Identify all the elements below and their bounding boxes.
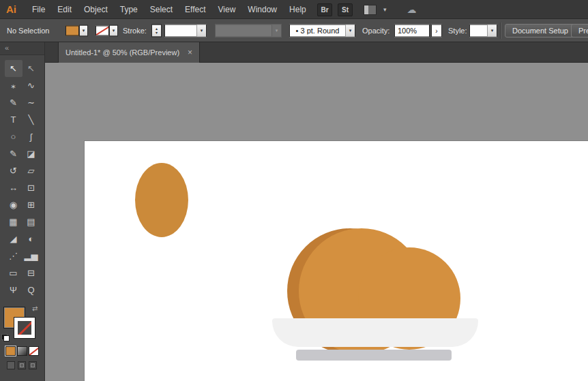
artboard-tool[interactable]: ▭	[5, 264, 23, 281]
stroke-weight-stepper[interactable]: ▴▾	[151, 24, 162, 37]
magic-wand-tool[interactable]: ⁎	[5, 77, 23, 94]
eraser-tool[interactable]: ◪	[23, 145, 40, 162]
workspace-switcher-icon[interactable]	[364, 5, 377, 15]
document-setup-button[interactable]: Document Setup	[505, 24, 576, 37]
brush-definition-dropdown[interactable]: • 3 pt. Round ▾	[289, 24, 355, 37]
width-tool[interactable]: ↔	[5, 179, 23, 196]
curvature-tool[interactable]: ∼	[23, 94, 40, 111]
swap-fill-stroke-icon[interactable]: ⇄	[32, 305, 38, 312]
stroke-label[interactable]: Stroke:	[123, 27, 147, 35]
opacity-value: 100%	[395, 27, 429, 35]
brush-chevron-icon[interactable]: ▾	[345, 25, 355, 36]
menu-select[interactable]: Select	[144, 5, 179, 14]
scale-tool[interactable]: ▱	[23, 162, 40, 179]
direct-selection-tool[interactable]: ↖	[23, 60, 40, 77]
column-graph-tool[interactable]: ▂▅	[23, 247, 40, 264]
lasso-tool[interactable]: ∿	[23, 77, 40, 94]
zoom-tool[interactable]: Q	[23, 281, 40, 299]
pen-tool[interactable]: ✎	[5, 94, 23, 111]
stepper-down-icon[interactable]: ▾	[156, 31, 158, 35]
controlbar-separator	[500, 22, 501, 39]
hand-tool[interactable]: Ψ	[5, 281, 23, 299]
style-chevron-icon[interactable]: ▾	[487, 25, 497, 36]
menu-items: FileEditObjectTypeSelectEffectViewWindow…	[26, 0, 312, 19]
tools-panel: ↖↖⁎∿✎∼T╲○ʃ✎◪↺▱↔⊡◉⊞▦▤◢◐⋰▂▅▭⊟ΨQ	[5, 60, 40, 299]
style-label[interactable]: Style:	[448, 27, 467, 35]
artboard[interactable]	[84, 140, 588, 381]
color-mode-row	[5, 346, 40, 356]
dock-header: «	[0, 42, 44, 55]
default-fill-stroke-icon[interactable]	[1, 334, 10, 341]
slice-tool[interactable]: ⊟	[23, 264, 40, 281]
ellipse-tool[interactable]: ○	[5, 128, 23, 145]
selection-tool[interactable]: ↖	[5, 60, 23, 77]
menu-effect[interactable]: Effect	[179, 5, 211, 14]
canvas-area[interactable]	[46, 63, 588, 381]
width-profile-chevron-icon: ▾	[271, 25, 281, 36]
opacity-label[interactable]: Opacity:	[362, 27, 389, 35]
menu-object[interactable]: Object	[78, 5, 114, 14]
menu-bar: Ai FileEditObjectTypeSelectEffectViewWin…	[0, 0, 588, 19]
stroke-weight-chevron-icon[interactable]: ▾	[196, 25, 206, 36]
width-profile-dropdown: ▾	[215, 24, 282, 37]
pencil-tool[interactable]: ✎	[5, 145, 23, 162]
menubar-right-cluster: Br St ▾ ☁	[317, 0, 417, 19]
opacity-field[interactable]: 100%	[394, 24, 430, 37]
stock-button[interactable]: St	[338, 3, 353, 16]
menu-view[interactable]: View	[212, 5, 242, 14]
preferences-button[interactable]: Pref	[571, 24, 588, 37]
stroke-color-swatch[interactable]	[95, 25, 109, 35]
stroke-proxy-swatch[interactable]	[14, 318, 35, 338]
blend-tool[interactable]: ◐	[23, 230, 40, 247]
mesh-tool[interactable]: ▦	[5, 213, 23, 230]
egg-ellipse-shape[interactable]	[135, 163, 188, 237]
brush-definition-value: • 3 pt. Round	[290, 27, 345, 35]
draw-behind-button[interactable]	[18, 361, 26, 369]
perspective-grid-tool[interactable]: ⊞	[23, 196, 40, 213]
color-mode-button[interactable]	[5, 346, 16, 356]
draw-inside-button[interactable]	[29, 361, 37, 369]
illustrator-logo: Ai	[6, 3, 16, 15]
menu-window[interactable]: Window	[241, 5, 283, 14]
collapse-panel-icon[interactable]: «	[5, 44, 9, 52]
paintbrush-tool[interactable]: ʃ	[23, 128, 40, 145]
drawing-mode-row	[7, 361, 38, 369]
control-bar: No Selection ▾ ▾ Stroke: ▴▾ ▾ ▾ • 3 pt. …	[0, 19, 588, 42]
free-transform-tool[interactable]: ⊡	[23, 179, 40, 196]
line-segment-tool[interactable]: ╲	[23, 111, 40, 128]
tab-close-icon[interactable]: ×	[188, 48, 192, 57]
document-tab-title: Untitled-1* @ 50% (RGB/Preview)	[65, 48, 179, 57]
menu-edit[interactable]: Edit	[51, 5, 78, 14]
rotate-tool[interactable]: ↺	[5, 162, 23, 179]
plate-shape[interactable]	[272, 318, 478, 347]
opacity-arrow-icon: ›	[435, 27, 437, 34]
fill-dropdown-icon[interactable]: ▾	[79, 25, 88, 36]
fill-stroke-area: ⇄	[0, 304, 44, 344]
gradient-tool[interactable]: ▤	[23, 213, 40, 230]
fill-color-swatch[interactable]	[65, 25, 79, 35]
style-dropdown[interactable]: ▾	[469, 24, 497, 37]
draw-normal-button[interactable]	[7, 361, 15, 369]
brush-definition-label: 3 pt. Round	[301, 27, 340, 35]
document-tab-bar: Untitled-1* @ 50% (RGB/Preview) ×	[45, 42, 588, 63]
eyedropper-tool[interactable]: ◢	[5, 230, 23, 247]
document-tab[interactable]: Untitled-1* @ 50% (RGB/Preview) ×	[58, 42, 200, 63]
gradient-mode-button[interactable]	[17, 346, 27, 356]
cs-live-icon[interactable]: ☁	[407, 4, 417, 15]
selection-status: No Selection	[7, 27, 49, 35]
type-tool[interactable]: T	[5, 111, 23, 128]
symbol-sprayer-tool[interactable]: ⋰	[5, 247, 23, 264]
none-mode-button[interactable]	[29, 346, 39, 356]
tools-dock: « ↖↖⁎∿✎∼T╲○ʃ✎◪↺▱↔⊡◉⊞▦▤◢◐⋰▂▅▭⊟ΨQ ⇄	[0, 42, 45, 381]
opacity-arrow-button[interactable]: ›	[431, 24, 442, 37]
bridge-button[interactable]: Br	[317, 3, 332, 16]
menu-type[interactable]: Type	[114, 5, 144, 14]
workspace-chevron-icon[interactable]: ▾	[383, 6, 387, 13]
menu-help[interactable]: Help	[283, 5, 312, 14]
plate-base-shape[interactable]	[296, 350, 452, 361]
brush-preview-icon: •	[296, 27, 299, 35]
menu-file[interactable]: File	[26, 5, 51, 14]
stroke-dropdown-icon[interactable]: ▾	[109, 25, 118, 36]
stroke-weight-dropdown[interactable]: ▾	[164, 24, 207, 37]
shape-builder-tool[interactable]: ◉	[5, 196, 23, 213]
